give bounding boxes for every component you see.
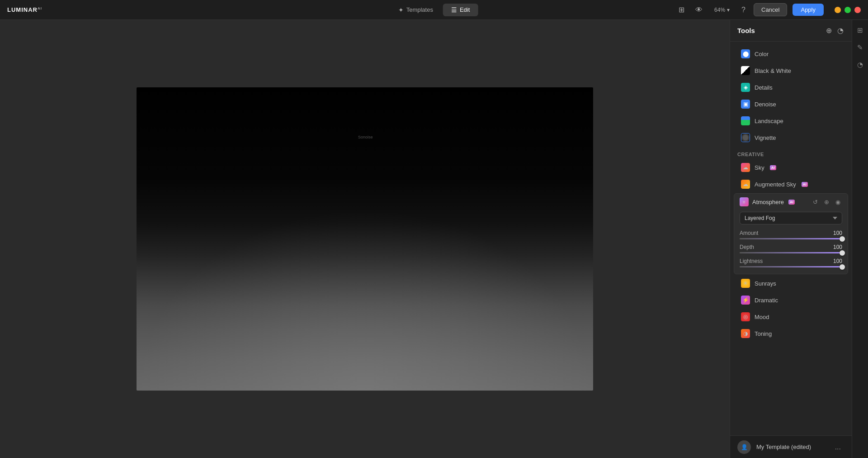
header-tabs: ✦ Templates ☰ Edit (390, 4, 478, 16)
tool-item-color[interactable]: ⬤ Color (734, 46, 848, 62)
tab-templates[interactable]: ✦ Templates (390, 4, 441, 16)
sky-label: Sky (755, 164, 764, 171)
minimize-button[interactable]: − (835, 7, 841, 13)
denoise-label: Denoise (755, 101, 776, 108)
app-header: LUMINARAI ✦ Templates ☰ Edit ⊞ 👁 64% ▾ ?… (0, 0, 868, 20)
depth-slider-row: Depth 100 (734, 242, 848, 256)
panel-circle-button[interactable]: ◔ (836, 25, 844, 36)
tool-item-bw[interactable]: Black & White (734, 62, 848, 79)
maximize-button[interactable]: + (844, 7, 851, 13)
tool-item-sky[interactable]: ☁ Sky AI (734, 159, 848, 176)
landscape-icon (741, 116, 750, 125)
atmosphere-compare-button[interactable]: ⊕ (822, 198, 831, 206)
lightness-slider-thumb[interactable] (840, 264, 845, 270)
lightness-slider-fill (740, 266, 842, 267)
templates-icon: ✦ (398, 6, 404, 14)
vignette-label: Vignette (755, 134, 776, 141)
lightness-slider-row: Lightness 100 (734, 256, 848, 270)
atmosphere-undo-button[interactable]: ↺ (811, 198, 820, 206)
tool-item-details[interactable]: ◈ Details (734, 79, 848, 95)
zoom-control[interactable]: 64% ▾ (711, 5, 733, 15)
depth-label: Depth (740, 244, 754, 250)
landscape-label: Landscape (755, 118, 783, 124)
templates-tab-label: Templates (406, 6, 433, 13)
creative-section-label: Creative (730, 146, 852, 159)
atmosphere-dropdown-row: Layered Fog Morning Mist Haze Fog Heavy … (734, 210, 848, 228)
template-more-button[interactable]: ... (831, 441, 844, 453)
color-label: Color (755, 51, 769, 57)
depth-value: 100 (833, 244, 842, 250)
lightness-slider-track[interactable] (740, 266, 842, 267)
amount-slider-track[interactable] (740, 238, 842, 239)
tab-edit[interactable]: ☰ Edit (443, 4, 478, 16)
window-controls: − + × (835, 7, 861, 13)
lightness-label-row: Lightness 100 (740, 258, 842, 264)
tool-item-toning[interactable]: ◑ Toning (734, 325, 848, 342)
amount-label-row: Amount 100 (740, 230, 842, 236)
tools-list: ⬤ Color Black & White ◈ Details ▣ Denois… (730, 42, 852, 435)
side-icon-history[interactable]: ◔ (854, 58, 866, 72)
tool-item-mood[interactable]: ◎ Mood (734, 309, 848, 325)
depth-slider-thumb[interactable] (840, 250, 845, 256)
cancel-button[interactable]: Cancel (754, 3, 787, 16)
template-avatar: 👤 (737, 440, 751, 454)
image-overlay (137, 209, 593, 391)
depth-label-row: Depth 100 (740, 244, 842, 250)
edit-tab-label: Edit (460, 6, 470, 13)
bw-label: Black & White (755, 67, 791, 74)
atmosphere-ai-badge: AI (788, 200, 795, 205)
sunrays-label: Sunrays (755, 280, 776, 287)
tool-item-landscape[interactable]: Landscape (734, 113, 848, 129)
canvas-overlay-text: Sonoise (358, 135, 373, 139)
sky-icon: ☁ (741, 163, 750, 172)
lightness-label: Lightness (740, 258, 763, 264)
tool-item-dramatic[interactable]: ⚡ Dramatic (734, 292, 848, 308)
amount-slider-thumb[interactable] (840, 236, 845, 242)
tool-item-sunrays[interactable]: ✳ Sunrays (734, 275, 848, 291)
eye-button[interactable]: 👁 (693, 4, 705, 16)
header-left: LUMINARAI (7, 6, 42, 13)
atmosphere-visibility-button[interactable]: ◉ (834, 198, 842, 206)
vignette-icon (741, 133, 750, 142)
panel-header: Tools ⊕ ◔ (730, 20, 852, 42)
amount-value: 100 (833, 230, 842, 236)
augmented-sky-label: Augmented Sky (755, 181, 796, 188)
main-area: Sonoise Tools ⊕ ◔ ⬤ Color Black & White (0, 20, 868, 458)
zoom-level: 64% (714, 7, 725, 13)
details-icon: ◈ (741, 83, 750, 92)
atmosphere-icon: ≡ (740, 197, 749, 206)
info-button[interactable]: ? (739, 4, 748, 16)
dramatic-icon: ⚡ (741, 296, 750, 305)
panel-title: Tools (737, 27, 755, 34)
layers-button[interactable]: ⊞ (676, 4, 687, 16)
header-right: ⊞ 👁 64% ▾ ? Cancel Apply − + × (676, 3, 861, 16)
atmosphere-panel: ≡ Atmosphere AI ↺ ⊕ ◉ Layered Fog Mornin… (734, 193, 848, 274)
close-button[interactable]: × (854, 7, 861, 13)
denoise-icon: ▣ (741, 100, 750, 109)
amount-slider-fill (740, 238, 842, 239)
side-icon-adjust[interactable]: ⊞ (854, 24, 866, 37)
tool-item-augmented-sky[interactable]: ☁ Augmented Sky AI (734, 176, 848, 192)
depth-slider-track[interactable] (740, 252, 842, 253)
bw-icon (741, 66, 750, 75)
panel-header-icons: ⊕ ◔ (825, 25, 844, 36)
canvas-area: Sonoise (0, 20, 730, 458)
tool-item-denoise[interactable]: ▣ Denoise (734, 96, 848, 112)
template-name: My Template (edited) (756, 444, 826, 450)
amount-label: Amount (740, 230, 758, 236)
toning-label: Toning (755, 330, 772, 337)
atmosphere-actions: ↺ ⊕ ◉ (811, 198, 842, 206)
apply-button[interactable]: Apply (793, 4, 824, 16)
amount-slider-row: Amount 100 (734, 228, 848, 242)
right-side-icons: ⊞ ✎ ◔ (852, 20, 868, 458)
panel-settings-button[interactable]: ⊕ (825, 25, 833, 36)
sky-ai-badge: AI (770, 165, 776, 170)
color-icon: ⬤ (741, 49, 750, 58)
tool-item-vignette[interactable]: Vignette (734, 129, 848, 146)
atmosphere-header[interactable]: ≡ Atmosphere AI ↺ ⊕ ◉ (734, 194, 848, 210)
app-name-text: LUMINAR (7, 6, 38, 13)
zoom-chevron-icon: ▾ (727, 7, 730, 13)
atmosphere-dropdown[interactable]: Layered Fog Morning Mist Haze Fog Heavy … (740, 212, 842, 224)
side-icon-pen[interactable]: ✎ (854, 41, 866, 54)
right-panel: Tools ⊕ ◔ ⬤ Color Black & White ◈ Detail… (730, 20, 852, 458)
